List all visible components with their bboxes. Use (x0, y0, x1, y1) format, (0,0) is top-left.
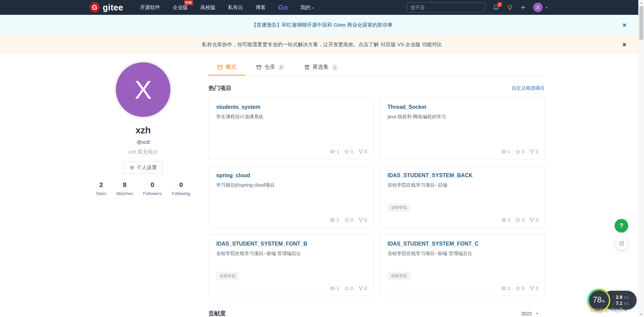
project-card[interactable]: spring_cloud 学习级别的spring cloud项目 1 0 0 (208, 166, 374, 228)
repo-count-badge: 8 (278, 64, 285, 71)
menu-item-private-cloud[interactable]: 私有云 (228, 4, 243, 11)
overview-icon (217, 64, 223, 70)
live-announcement-banner: 【直播预告】和红薯聊聊开源中国和 Gitee 商业化探索的那些事 ✖ (0, 15, 644, 35)
feedback-button[interactable] (615, 236, 628, 250)
menu-item-mine[interactable]: 我的▾ (300, 4, 314, 11)
project-grid: students_system 学生课程设计选课系统 1 1 0 Thread_… (208, 97, 545, 296)
star-count[interactable]: 0 (515, 217, 524, 223)
project-title[interactable]: students_system (216, 104, 260, 110)
fork-count[interactable]: 0 (529, 149, 538, 154)
year-select[interactable]: 2022 ▾ (521, 311, 538, 316)
eye-icon (501, 149, 507, 154)
star-icon (344, 286, 349, 291)
close-icon[interactable]: ✖ (622, 42, 626, 47)
project-card[interactable]: students_system 学生课程设计选课系统 1 1 0 (208, 97, 374, 159)
project-title[interactable]: spring_cloud (216, 172, 250, 179)
watch-count[interactable]: 1 (330, 217, 339, 223)
star-icon (515, 218, 520, 223)
user-menu[interactable]: X ▾ (533, 3, 547, 12)
search-input[interactable] (407, 2, 485, 12)
project-tag[interactable]: 谷粒学院 (216, 272, 239, 280)
watch-count[interactable]: 1 (501, 286, 511, 291)
close-icon[interactable]: ✖ (622, 23, 626, 28)
profile-stats: 2 Stars 8 Watches 0 Followers 0 Followin… (95, 181, 192, 196)
csdn-watermark: CSDN @书边事 ▾ (590, 307, 626, 313)
settings-label: 个人设置 (137, 164, 157, 171)
profile-avatar[interactable]: X (114, 61, 172, 119)
customize-featured-link[interactable]: 自定义精选项目 (512, 85, 545, 91)
create-new-button[interactable]: + (521, 3, 525, 11)
profile-username: @xctf (137, 139, 150, 145)
gitee-logo[interactable]: G gitee (90, 2, 123, 12)
scroll-down-arrow[interactable]: ▼ (639, 312, 644, 317)
menu-item-go[interactable]: Go (278, 3, 288, 11)
chevron-down-icon: ▾ (312, 6, 314, 10)
project-description: 谷粒学院在线学习项目--前端 管理端后台 (216, 251, 366, 257)
watch-count[interactable]: 1 (330, 149, 339, 154)
project-title[interactable]: IDAS_STUDENT_SYSTEM_FONT_C (388, 241, 479, 247)
tab-repositories[interactable]: 仓库 8 (247, 61, 293, 75)
star-icon (515, 286, 520, 291)
following-stat[interactable]: 0 Following (172, 181, 190, 196)
project-title[interactable]: IDAS_STUDENT_SYSTEM_BACK (388, 172, 473, 179)
menu-item-blog[interactable]: 博客 (256, 4, 266, 11)
tab-overview[interactable]: 概览 (208, 61, 245, 75)
project-tag[interactable]: 谷粒学院 (388, 203, 411, 212)
project-description: 谷粒学院在线学习项目--后端 (388, 182, 537, 188)
project-description: 学习级别的spring cloud项目 (216, 182, 366, 188)
edit-icon (619, 241, 624, 246)
top-navbar: G gitee 开源软件 企业版特惠 高校版 私有云 博客 Go 我的▾ 2 +… (0, 0, 644, 15)
watches-stat[interactable]: 8 Watches (116, 181, 133, 196)
banner-text[interactable]: 【直播预告】和红薯聊聊开源中国和 Gitee 商业化探索的那些事 (251, 22, 392, 28)
help-button[interactable]: ? (615, 219, 628, 232)
project-card[interactable]: IDAS_STUDENT_SYSTEM_FONT_B 谷粒学院在线学习项目--前… (208, 234, 374, 296)
project-tag[interactable]: 谷粒学院 (388, 272, 411, 280)
star-count[interactable]: 1 (344, 149, 353, 154)
star-count[interactable]: 0 (344, 286, 353, 291)
project-card[interactable]: Thread_Socket java 线程和 网络编程的学习 1 0 0 (380, 97, 545, 159)
fork-icon (358, 149, 363, 154)
project-description: 谷粒学院在线学习项目--前端 管理端后台 (388, 251, 537, 257)
followers-stat[interactable]: 0 Followers (143, 181, 162, 196)
project-stats: 1 0 0 (501, 217, 538, 223)
star-count[interactable]: 0 (344, 217, 353, 223)
watermark-caret-icon: ▾ (625, 309, 626, 312)
main-panel: 概览 仓库 8 星选集 1 热门项目 自定义精选项目 students_syst… (208, 61, 545, 317)
fork-count[interactable]: 0 (529, 286, 538, 291)
profile-tabs: 概览 仓库 8 星选集 1 (208, 61, 545, 75)
menu-item-enterprise[interactable]: 企业版特惠 (173, 4, 188, 11)
fork-icon (529, 149, 534, 154)
fork-count[interactable]: 0 (358, 286, 367, 291)
menu-item-education[interactable]: 高校版 (200, 4, 216, 11)
project-stats: 1 1 0 (330, 149, 367, 154)
stars-stat[interactable]: 2 Stars (96, 181, 106, 196)
contribution-header: 贡献度 2022 ▾ (208, 310, 545, 317)
section-title: 热门项目 (208, 84, 231, 92)
star-count[interactable]: 0 (515, 149, 524, 154)
watch-count[interactable]: 1 (501, 217, 511, 223)
personal-settings-button[interactable]: 个人设置 (123, 161, 163, 174)
scroll-up-arrow[interactable]: ▲ (639, 0, 644, 5)
watch-count[interactable]: 1 (501, 149, 511, 154)
fork-count[interactable]: 0 (529, 217, 538, 223)
banner-text: 私有仓库协作，你可能需要更专业的一站式解决方案，让开发更高效。点击了解 (202, 41, 379, 48)
scrollbar-thumb[interactable] (639, 6, 643, 40)
ideas-button[interactable] (507, 4, 513, 10)
download-speed: ↓ 7.1 K/s (612, 301, 637, 306)
eye-icon (330, 149, 335, 154)
fork-count[interactable]: 0 (358, 217, 367, 223)
lightbulb-icon (507, 4, 513, 10)
notifications-button[interactable]: 2 (493, 4, 499, 11)
fork-count[interactable]: 0 (358, 149, 367, 154)
project-title[interactable]: Thread_Socket (388, 104, 426, 110)
watch-count[interactable]: 1 (330, 286, 339, 291)
menu-item-opensource[interactable]: 开源软件 (140, 4, 160, 11)
eye-icon (501, 217, 507, 223)
project-title[interactable]: IDAS_STUDENT_SYSTEM_FONT_B (216, 241, 307, 247)
banner-compare-link[interactable]: 社区版 VS 企业版 功能对比 (381, 41, 442, 48)
star-count[interactable]: 0 (515, 286, 524, 291)
tab-star-collections[interactable]: 星选集 1 (295, 61, 347, 75)
project-card[interactable]: IDAS_STUDENT_SYSTEM_BACK 谷粒学院在线学习项目--后端 … (380, 166, 545, 228)
project-card[interactable]: IDAS_STUDENT_SYSTEM_FONT_C 谷粒学院在线学习项目--前… (380, 234, 545, 296)
scrollbar[interactable]: ▲ ▼ (638, 0, 644, 317)
